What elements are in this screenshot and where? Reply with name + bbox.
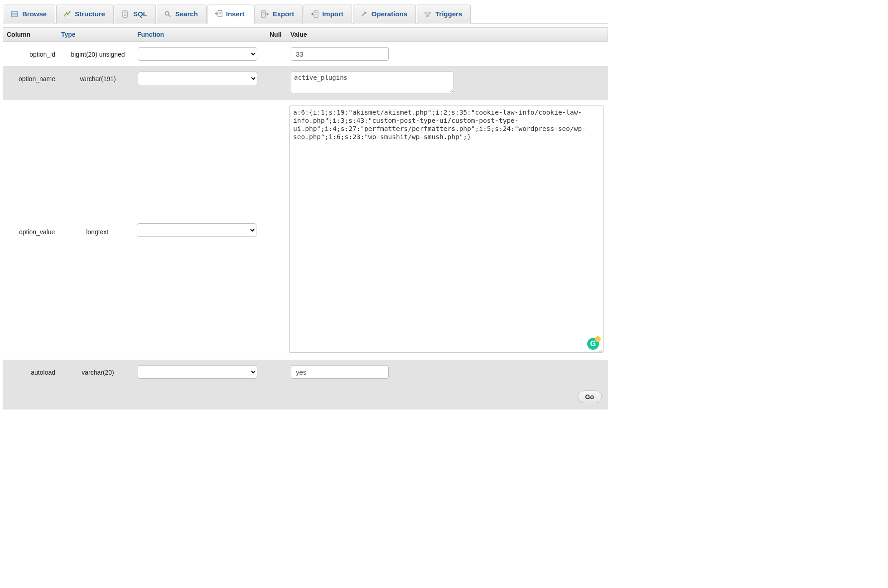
tab-sql[interactable]: SQL (115, 5, 156, 24)
search-icon (164, 10, 172, 18)
svg-rect-21 (426, 15, 429, 17)
col-type: varchar(20) (60, 364, 136, 377)
go-button[interactable]: Go (578, 390, 602, 403)
tab-label: Search (175, 10, 198, 18)
function-select[interactable] (138, 365, 257, 379)
col-name: option_id (5, 46, 60, 59)
operations-icon (360, 10, 368, 18)
value-input-option-name[interactable] (291, 72, 454, 93)
function-select[interactable] (138, 47, 257, 61)
tab-insert[interactable]: Insert (208, 5, 253, 24)
col-name: option_name (5, 71, 60, 83)
header-column: Column (3, 29, 58, 40)
header-null: Null (266, 29, 287, 40)
svg-rect-20 (428, 12, 431, 14)
tab-label: Insert (226, 10, 245, 18)
structure-icon (63, 10, 71, 18)
svg-rect-0 (11, 11, 18, 17)
table-row: option_name varchar(191) (3, 66, 608, 100)
tab-browse[interactable]: Browse (4, 5, 55, 24)
header-type[interactable]: Type (58, 29, 134, 40)
tab-label: Export (273, 10, 294, 18)
null-cell (268, 71, 289, 72)
grammarly-badge-icon[interactable]: G (587, 338, 599, 350)
svg-rect-19 (425, 12, 427, 14)
null-cell (268, 46, 289, 48)
svg-point-8 (165, 11, 169, 15)
value-input-option-id[interactable] (291, 47, 389, 61)
value-input-option-value[interactable] (289, 106, 603, 353)
tab-structure[interactable]: Structure (56, 5, 114, 24)
function-select[interactable] (137, 223, 256, 237)
insert-icon (214, 10, 222, 18)
sql-icon (121, 10, 130, 18)
tab-label: Browse (22, 10, 47, 18)
tab-label: SQL (133, 10, 147, 18)
import-icon (310, 10, 319, 18)
tab-bar: Browse Structure SQL Search Insert (3, 3, 608, 24)
table-row: option_id bigint(20) unsigned (3, 42, 608, 66)
tab-operations[interactable]: Operations (353, 5, 416, 24)
col-name: autoload (5, 364, 60, 377)
tab-label: Import (322, 10, 343, 18)
header-value: Value (287, 29, 608, 40)
tab-triggers[interactable]: Triggers (417, 5, 471, 24)
export-icon (261, 10, 269, 18)
tab-export[interactable]: Export (254, 5, 303, 24)
tab-label: Triggers (435, 10, 462, 18)
tab-search[interactable]: Search (157, 5, 207, 24)
value-input-autoload[interactable] (291, 365, 389, 379)
col-type: bigint(20) unsigned (60, 46, 136, 59)
triggers-icon (424, 10, 432, 18)
tab-import[interactable]: Import (304, 5, 352, 24)
null-cell (266, 229, 287, 231)
svg-point-3 (69, 11, 71, 12)
table-row: autoload varchar(20) (3, 360, 608, 384)
null-cell (268, 364, 289, 366)
action-footer: Go (3, 384, 608, 410)
header-function[interactable]: Function (134, 29, 266, 40)
tab-label: Operations (372, 10, 407, 18)
col-type: longtext (59, 224, 135, 236)
col-name: option_value (5, 224, 59, 236)
tab-label: Structure (75, 10, 105, 18)
svg-line-9 (169, 15, 170, 17)
col-type: varchar(191) (60, 71, 136, 83)
table-row: option_value longtext G (3, 100, 608, 360)
table-header: Column Type Function Null Value (3, 27, 608, 42)
browse-icon (10, 10, 19, 18)
function-select[interactable] (138, 72, 257, 85)
